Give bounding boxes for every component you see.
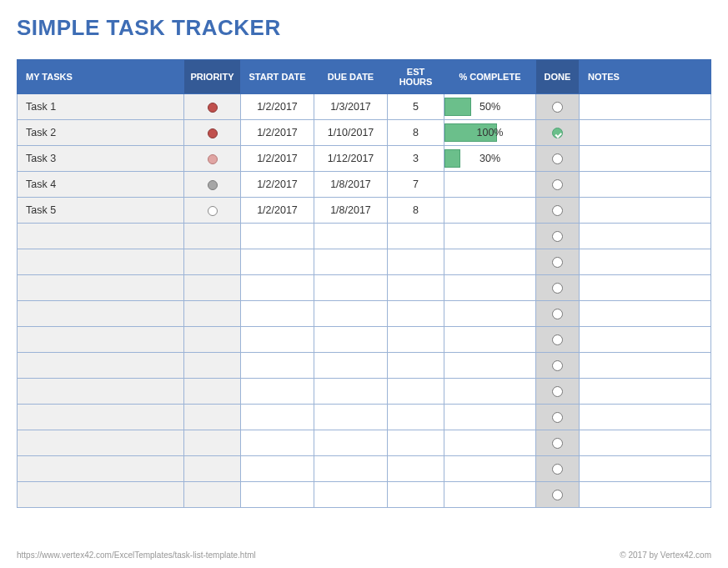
cell-start-date[interactable] — [241, 327, 314, 353]
cell-due-date[interactable]: 1/3/2017 — [314, 94, 388, 120]
cell-est-hours[interactable] — [388, 275, 444, 301]
cell-done[interactable] — [536, 301, 580, 327]
cell-priority[interactable] — [184, 172, 241, 198]
cell-due-date[interactable]: 1/8/2017 — [314, 198, 388, 224]
cell-done[interactable] — [536, 275, 580, 301]
cell-done[interactable] — [536, 456, 580, 482]
cell-priority[interactable] — [184, 353, 241, 379]
cell-due-date[interactable] — [314, 275, 388, 301]
cell-priority[interactable] — [184, 94, 241, 120]
cell-est-hours[interactable] — [388, 405, 444, 430]
cell-est-hours[interactable]: 8 — [388, 120, 444, 146]
cell-priority[interactable] — [184, 301, 241, 327]
cell-due-date[interactable] — [314, 405, 388, 430]
cell-task[interactable] — [18, 301, 184, 327]
cell-notes[interactable] — [580, 198, 711, 224]
cell-percent-complete[interactable] — [444, 379, 536, 405]
cell-task[interactable]: Task 1 — [18, 94, 184, 120]
cell-est-hours[interactable] — [388, 224, 444, 249]
cell-notes[interactable] — [580, 327, 711, 353]
cell-percent-complete[interactable] — [444, 301, 536, 327]
cell-est-hours[interactable]: 7 — [388, 172, 444, 198]
cell-done[interactable] — [536, 327, 580, 353]
cell-percent-complete[interactable]: 50% — [444, 94, 536, 120]
cell-task[interactable] — [18, 224, 184, 249]
cell-notes[interactable] — [580, 456, 711, 482]
cell-done[interactable] — [536, 249, 580, 275]
cell-est-hours[interactable] — [388, 379, 444, 405]
cell-start-date[interactable]: 1/2/2017 — [241, 120, 314, 146]
cell-priority[interactable] — [184, 146, 241, 172]
cell-start-date[interactable]: 1/2/2017 — [241, 146, 314, 172]
cell-start-date[interactable] — [241, 301, 314, 327]
cell-priority[interactable] — [184, 379, 241, 405]
cell-task[interactable] — [18, 327, 184, 353]
cell-percent-complete[interactable] — [444, 275, 536, 301]
cell-task[interactable]: Task 3 — [18, 146, 184, 172]
cell-notes[interactable] — [580, 249, 711, 275]
cell-priority[interactable] — [184, 198, 241, 224]
cell-est-hours[interactable]: 5 — [388, 94, 444, 120]
cell-start-date[interactable] — [241, 482, 314, 508]
cell-start-date[interactable] — [241, 456, 314, 482]
cell-done[interactable] — [536, 379, 580, 405]
cell-done[interactable] — [536, 120, 580, 146]
cell-priority[interactable] — [184, 456, 241, 482]
cell-notes[interactable] — [580, 224, 711, 249]
cell-percent-complete[interactable] — [444, 198, 536, 224]
cell-priority[interactable] — [184, 249, 241, 275]
cell-est-hours[interactable] — [388, 249, 444, 275]
cell-notes[interactable] — [580, 301, 711, 327]
cell-percent-complete[interactable] — [444, 430, 536, 456]
cell-est-hours[interactable] — [388, 482, 444, 508]
cell-start-date[interactable] — [241, 249, 314, 275]
cell-done[interactable] — [536, 405, 580, 430]
cell-start-date[interactable]: 1/2/2017 — [241, 94, 314, 120]
cell-percent-complete[interactable]: 30% — [444, 146, 536, 172]
cell-task[interactable]: Task 4 — [18, 172, 184, 198]
cell-done[interactable] — [536, 146, 580, 172]
cell-start-date[interactable]: 1/2/2017 — [241, 198, 314, 224]
cell-percent-complete[interactable] — [444, 482, 536, 508]
cell-est-hours[interactable] — [388, 301, 444, 327]
cell-est-hours[interactable]: 8 — [388, 198, 444, 224]
cell-start-date[interactable] — [241, 405, 314, 430]
cell-task[interactable] — [18, 353, 184, 379]
cell-task[interactable] — [18, 430, 184, 456]
cell-task[interactable] — [18, 405, 184, 430]
cell-start-date[interactable] — [241, 430, 314, 456]
cell-start-date[interactable] — [241, 275, 314, 301]
cell-est-hours[interactable] — [388, 327, 444, 353]
cell-est-hours[interactable]: 3 — [388, 146, 444, 172]
cell-start-date[interactable] — [241, 353, 314, 379]
cell-due-date[interactable] — [314, 482, 388, 508]
cell-percent-complete[interactable]: 100% — [444, 120, 536, 146]
cell-percent-complete[interactable] — [444, 224, 536, 249]
cell-percent-complete[interactable] — [444, 249, 536, 275]
cell-task[interactable] — [18, 456, 184, 482]
cell-due-date[interactable] — [314, 224, 388, 249]
cell-done[interactable] — [536, 430, 580, 456]
cell-est-hours[interactable] — [388, 430, 444, 456]
cell-percent-complete[interactable] — [444, 353, 536, 379]
cell-notes[interactable] — [580, 94, 711, 120]
cell-task[interactable] — [18, 275, 184, 301]
cell-percent-complete[interactable] — [444, 405, 536, 430]
cell-priority[interactable] — [184, 482, 241, 508]
cell-due-date[interactable] — [314, 456, 388, 482]
cell-due-date[interactable]: 1/8/2017 — [314, 172, 388, 198]
cell-priority[interactable] — [184, 224, 241, 249]
cell-notes[interactable] — [580, 482, 711, 508]
cell-done[interactable] — [536, 94, 580, 120]
cell-due-date[interactable] — [314, 327, 388, 353]
cell-notes[interactable] — [580, 379, 711, 405]
cell-notes[interactable] — [580, 353, 711, 379]
cell-priority[interactable] — [184, 405, 241, 430]
cell-notes[interactable] — [580, 405, 711, 430]
cell-priority[interactable] — [184, 275, 241, 301]
cell-task[interactable] — [18, 482, 184, 508]
cell-percent-complete[interactable] — [444, 172, 536, 198]
cell-due-date[interactable]: 1/12/2017 — [314, 146, 388, 172]
cell-notes[interactable] — [580, 146, 711, 172]
cell-done[interactable] — [536, 224, 580, 249]
